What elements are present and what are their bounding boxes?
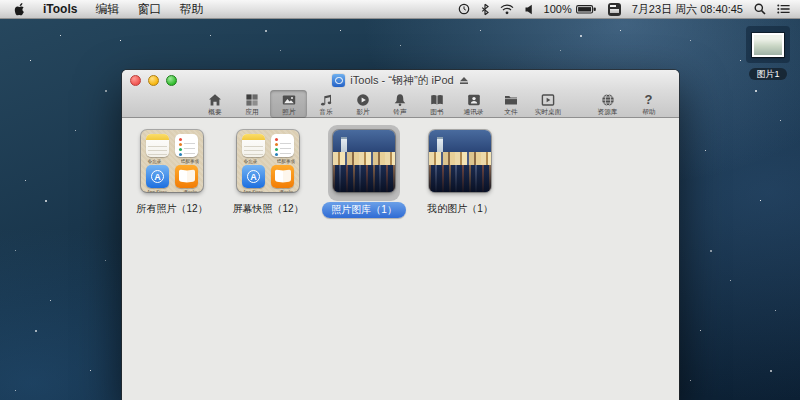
- title-bar: iTools - “钢神”的 iPod: [122, 70, 679, 90]
- active-app-menu[interactable]: iTools: [43, 2, 77, 16]
- notes-mini-icon: [146, 134, 169, 157]
- toolbar-label: 实时桌面: [534, 107, 561, 117]
- itools-app-icon: [332, 74, 345, 87]
- notes-mini-icon: [242, 134, 265, 157]
- menu-edit[interactable]: 编辑: [95, 1, 119, 18]
- toolbar-label: 通讯录: [464, 107, 484, 117]
- album-thumbnail-night-photo: [429, 130, 491, 192]
- toolbar-item-movies[interactable]: 影片: [344, 90, 381, 118]
- minimize-button[interactable]: [148, 75, 159, 86]
- window-title: iTools - “钢神”的 iPod: [350, 73, 453, 88]
- album-screenshots[interactable]: 备忘录 提醒事项 A App Store iBooks 屏幕快照（12）: [221, 125, 315, 218]
- mini-label: iBooks: [280, 189, 294, 192]
- toolbar-item-library[interactable]: 资源库: [589, 90, 626, 118]
- menu-window[interactable]: 窗口: [137, 1, 161, 18]
- toolbar-label: 影片: [356, 107, 369, 117]
- photo-water-reflection: [429, 165, 491, 192]
- photo-buildings: [429, 152, 491, 165]
- album-photo-library[interactable]: 照片图库（1）: [317, 125, 411, 218]
- appstore-letter: A: [146, 170, 169, 184]
- close-button[interactable]: [130, 75, 141, 86]
- battery-icon: [576, 4, 597, 15]
- mini-label: App Store: [243, 189, 263, 192]
- toolbar-label: 概要: [208, 107, 221, 117]
- toolbar: 概要 应用 照片 音乐 影片: [122, 90, 679, 118]
- appstore-letter: A: [242, 170, 265, 184]
- toolbar-label: 音乐: [319, 107, 332, 117]
- reminders-mini-icon: [271, 134, 294, 157]
- notification-center-icon[interactable]: [777, 4, 790, 14]
- toolbar-label: 文件: [504, 107, 517, 117]
- volume-icon[interactable]: [525, 4, 533, 15]
- toolbar-left-group: 概要 应用 照片 音乐 影片: [196, 90, 566, 118]
- window-title-group: iTools - “钢神”的 iPod: [122, 70, 679, 90]
- toolbar-item-books[interactable]: 图书: [418, 90, 455, 118]
- album-my-pictures[interactable]: 我的图片（1）: [413, 125, 507, 218]
- album-name: 所有照片（12）: [136, 202, 207, 216]
- home-icon: [208, 92, 222, 107]
- album-name-selected: 照片图库（1）: [322, 202, 406, 218]
- toolbar-item-files[interactable]: 文件: [492, 90, 529, 118]
- menu-bar-clock[interactable]: 7月23日 周六 08:40:45: [632, 2, 743, 17]
- window-controls: [122, 75, 177, 86]
- album-name: 屏幕快照（12）: [232, 202, 303, 216]
- menu-help[interactable]: 帮助: [179, 1, 203, 18]
- album-thumb-wrap-selected: [328, 125, 400, 201]
- battery-percent: 100%: [544, 3, 572, 15]
- menu-bar: iTools 编辑 窗口 帮助 100% 7月23日 周六 08:40:: [0, 0, 800, 19]
- eject-icon[interactable]: [459, 76, 469, 85]
- book-icon: [430, 92, 444, 107]
- toolbar-label: 照片: [282, 107, 295, 117]
- desktop-file-image[interactable]: 图片1: [744, 26, 792, 81]
- ibooks-mini-icon: [175, 165, 198, 188]
- time-machine-icon[interactable]: [458, 3, 470, 15]
- album-name: 我的图片（1）: [427, 202, 493, 216]
- toolbar-item-ringtones[interactable]: 铃声: [381, 90, 418, 118]
- desktop-icon-label: 图片1: [749, 68, 786, 80]
- zoom-button[interactable]: [166, 75, 177, 86]
- desktop-icon-selection: [746, 26, 790, 63]
- globe-icon: [601, 92, 615, 107]
- battery-indicator[interactable]: 100%: [544, 3, 597, 15]
- live-desktop-icon: [541, 92, 555, 107]
- album-thumb-wrap: [424, 125, 496, 201]
- mini-label: 提醒事项: [277, 158, 295, 163]
- album-thumb-wrap: 备忘录 提醒事项 A App Store iBooks: [232, 125, 304, 201]
- input-method-icon[interactable]: [608, 3, 621, 16]
- wifi-icon[interactable]: [500, 4, 514, 15]
- photo-buildings: [333, 152, 395, 165]
- mini-label: iBooks: [184, 189, 198, 192]
- album-thumb-wrap: 备忘录 提醒事项 A App Store iBooks: [136, 125, 208, 201]
- movie-play-icon: [356, 92, 370, 107]
- desktop: iTools 编辑 窗口 帮助 100% 7月23日 周六 08:40:: [0, 0, 800, 400]
- toolbar-item-summary[interactable]: 概要: [196, 90, 233, 118]
- photo-albums-panel: 备忘录 提醒事项 A App Store iBooks 所有照片（12）: [122, 118, 679, 400]
- folder-icon: [504, 92, 518, 107]
- mini-label: 备忘录: [244, 158, 258, 163]
- bell-icon: [393, 92, 407, 107]
- toolbar-item-live-desktop[interactable]: 实时桌面: [529, 90, 566, 118]
- album-thumbnail-night-photo: [333, 130, 395, 192]
- toolbar-label: 铃声: [393, 107, 406, 117]
- apple-menu-icon[interactable]: [12, 2, 25, 16]
- album-all-photos[interactable]: 备忘录 提醒事项 A App Store iBooks 所有照片（12）: [125, 125, 219, 218]
- image-file-thumbnail: [752, 33, 784, 57]
- album-row: 备忘录 提醒事项 A App Store iBooks 所有照片（12）: [125, 125, 679, 218]
- toolbar-item-apps[interactable]: 应用: [233, 90, 270, 118]
- toolbar-item-music[interactable]: 音乐: [307, 90, 344, 118]
- bluetooth-icon[interactable]: [481, 3, 489, 16]
- toolbar-item-photos[interactable]: 照片: [270, 90, 307, 118]
- mini-label: 备忘录: [148, 158, 162, 163]
- toolbar-item-contacts[interactable]: 通讯录: [455, 90, 492, 118]
- appstore-mini-icon: A: [242, 165, 265, 188]
- music-note-icon: [319, 92, 333, 107]
- apps-grid-icon: [245, 92, 259, 107]
- album-thumbnail-screenshot: 备忘录 提醒事项 A App Store iBooks: [237, 130, 299, 192]
- toolbar-right-group: 资源库 ? 帮助: [589, 90, 667, 118]
- spotlight-icon[interactable]: [754, 3, 766, 15]
- reminders-mini-icon: [175, 134, 198, 157]
- photo-icon: [282, 92, 296, 107]
- toolbar-label: 资源库: [598, 107, 618, 117]
- toolbar-label: 应用: [245, 107, 258, 117]
- toolbar-item-help[interactable]: ? 帮助: [630, 90, 667, 118]
